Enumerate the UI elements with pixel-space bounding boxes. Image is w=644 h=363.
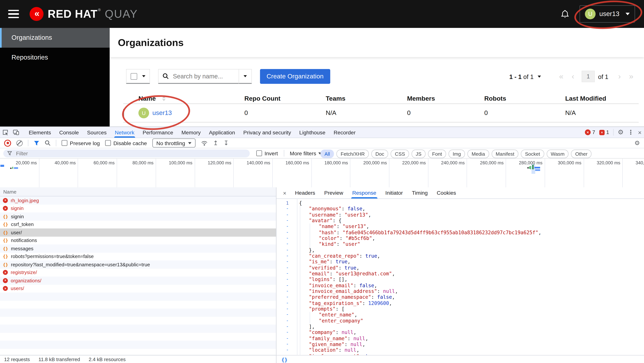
code-fold-marker[interactable]: - xyxy=(276,312,297,318)
devtools-tab-elements[interactable]: Elements xyxy=(25,127,55,138)
search-options-caret[interactable] xyxy=(239,69,252,84)
network-overview-timeline[interactable]: 20,000 ms40,000 ms60,000 ms80,000 ms100,… xyxy=(0,158,644,188)
network-request-row[interactable]: ×users/ xyxy=(0,284,276,293)
device-toolbar-icon[interactable] xyxy=(11,127,22,138)
current-page-input[interactable]: 1 xyxy=(582,71,595,82)
devtools-tab-application[interactable]: Application xyxy=(205,127,239,138)
next-page-icon[interactable]: › xyxy=(614,72,625,81)
request-type-chip-js[interactable]: JS xyxy=(412,150,426,158)
filter-funnel-icon[interactable] xyxy=(34,140,40,146)
code-fold-marker[interactable]: - xyxy=(276,341,297,347)
network-request-row[interactable]: ×rh_login.jpeg xyxy=(0,196,276,204)
clear-network-log-icon[interactable] xyxy=(16,140,22,146)
code-fold-marker[interactable]: - xyxy=(276,218,297,224)
code-fold-marker[interactable]: - xyxy=(276,236,297,241)
code-fold-marker[interactable]: - xyxy=(276,294,297,300)
code-fold-marker[interactable]: - xyxy=(276,318,297,324)
console-errors-badge[interactable]: ×7 xyxy=(585,130,595,135)
network-request-row[interactable]: {}robots?permissions=true&token=false xyxy=(0,252,276,261)
col-header-name[interactable]: Name xyxy=(138,95,244,102)
sort-icon[interactable] xyxy=(162,96,166,101)
throttling-select[interactable]: No throttling xyxy=(152,138,196,148)
code-fold-marker[interactable]: - xyxy=(276,324,297,330)
detail-tab-preview[interactable]: Preview xyxy=(320,187,348,198)
network-request-row[interactable]: {}messages xyxy=(0,244,276,252)
request-list-header[interactable]: Name xyxy=(0,187,276,196)
devtools-tab-network[interactable]: Network xyxy=(111,127,139,138)
code-fold-marker[interactable]: - xyxy=(276,230,297,236)
user-menu[interactable]: U user13 xyxy=(580,5,635,22)
network-request-row[interactable]: {}notifications xyxy=(0,236,276,245)
more-filters-button[interactable]: More filters xyxy=(290,150,322,156)
search-field[interactable] xyxy=(158,69,238,84)
devtools-tab-recorder[interactable]: Recorder xyxy=(330,127,360,138)
code-fold-marker[interactable]: - xyxy=(276,282,297,288)
org-name-link[interactable]: user13 xyxy=(152,109,172,117)
import-har-icon[interactable]: ↥ xyxy=(213,139,218,147)
code-fold-marker[interactable]: - xyxy=(276,300,297,306)
bulk-select-checkbox[interactable] xyxy=(130,73,137,80)
detail-tab-cookies[interactable]: Cookies xyxy=(432,187,460,198)
last-page-icon[interactable]: » xyxy=(625,72,638,81)
request-type-chip-manifest[interactable]: Manifest xyxy=(492,150,518,158)
code-fold-marker[interactable]: - xyxy=(276,336,297,341)
network-request-row[interactable]: {}repository?last_modified=true&namespac… xyxy=(0,260,276,268)
network-request-row[interactable]: ×registrysize/ xyxy=(0,268,276,277)
code-fold-marker[interactable]: - xyxy=(276,212,297,218)
detail-tab-headers[interactable]: Headers xyxy=(290,187,320,198)
sidebar-item-organizations[interactable]: Organizations xyxy=(0,28,110,48)
search-input[interactable] xyxy=(172,72,231,80)
bulk-select-control[interactable] xyxy=(126,69,150,84)
devtools-tab-console[interactable]: Console xyxy=(55,127,83,138)
close-detail-icon[interactable]: × xyxy=(280,190,290,196)
request-type-chip-fetch-xhr[interactable]: Fetch/XHR xyxy=(336,150,369,158)
export-har-icon[interactable]: ↧ xyxy=(224,139,229,147)
code-fold-marker[interactable]: - xyxy=(276,306,297,312)
code-fold-marker[interactable]: - xyxy=(276,241,297,247)
create-organization-button[interactable]: Create Organization xyxy=(260,69,330,84)
request-type-chip-wasm[interactable]: Wasm xyxy=(546,150,569,158)
request-type-chip-socket[interactable]: Socket xyxy=(521,150,544,158)
org-table-row-user13[interactable]: U user13 0 N/A 0 0 N/A xyxy=(123,104,639,122)
network-request-row[interactable]: ×signin xyxy=(0,204,276,212)
network-settings-gear-icon[interactable]: ⚙ xyxy=(634,140,640,146)
request-type-chip-media[interactable]: Media xyxy=(468,150,489,158)
code-fold-marker[interactable]: - xyxy=(276,288,297,294)
request-type-chip-img[interactable]: Img xyxy=(448,150,465,158)
hamburger-menu-icon[interactable] xyxy=(8,10,19,18)
code-fold-marker[interactable]: - xyxy=(276,265,297,271)
request-type-chip-doc[interactable]: Doc xyxy=(371,150,388,158)
code-fold-marker[interactable]: - xyxy=(276,347,297,353)
disable-cache-checkbox[interactable]: Disable cache xyxy=(105,140,147,146)
network-request-row[interactable]: {}signin xyxy=(0,212,276,220)
code-fold-marker[interactable]: - xyxy=(276,353,297,355)
devtools-tab-memory[interactable]: Memory xyxy=(177,127,205,138)
filter-field[interactable] xyxy=(3,149,250,157)
network-conditions-icon[interactable] xyxy=(201,140,208,146)
code-fold-marker[interactable]: - xyxy=(276,277,297,282)
network-request-row[interactable]: ×organizations/ xyxy=(0,276,276,284)
devtools-tab-lighthouse[interactable]: Lighthouse xyxy=(295,127,330,138)
network-request-row[interactable]: {}user/ xyxy=(0,228,276,236)
devtools-tab-sources[interactable]: Sources xyxy=(83,127,111,138)
request-type-chip-all[interactable]: All xyxy=(320,150,334,158)
devtools-kebab-menu-icon[interactable]: ⋮ xyxy=(628,129,634,136)
notifications-bell-icon[interactable] xyxy=(561,10,569,18)
invert-filter-checkbox[interactable]: Invert xyxy=(256,150,278,156)
request-type-chip-font[interactable]: Font xyxy=(428,150,446,158)
devtools-close-icon[interactable]: × xyxy=(638,129,642,136)
record-network-log-icon[interactable] xyxy=(4,140,11,146)
code-fold-marker[interactable]: - xyxy=(276,247,297,253)
issues-badge[interactable]: ×1 xyxy=(599,130,609,135)
format-json-button[interactable]: {} xyxy=(276,356,288,362)
devtools-tab-performance[interactable]: Performance xyxy=(138,127,177,138)
first-page-icon[interactable]: « xyxy=(555,72,568,81)
code-fold-marker[interactable]: - xyxy=(276,224,297,230)
inspect-element-icon[interactable] xyxy=(0,127,11,138)
row-checkbox[interactable] xyxy=(123,109,124,117)
devtools-settings-gear-icon[interactable]: ⚙ xyxy=(618,129,624,136)
devtools-tab-privacy-and-security[interactable]: Privacy and security xyxy=(239,127,295,138)
detail-tab-response[interactable]: Response xyxy=(348,187,381,198)
code-fold-marker[interactable]: - xyxy=(276,271,297,276)
code-fold-marker[interactable]: - xyxy=(276,330,297,336)
